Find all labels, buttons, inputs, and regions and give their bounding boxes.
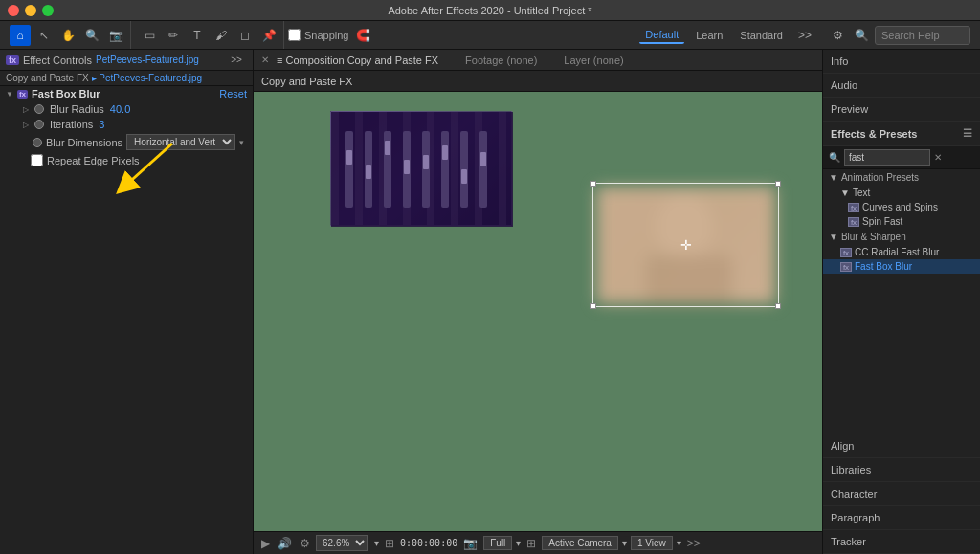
rect-tool-btn[interactable]: ▭ bbox=[139, 25, 160, 46]
svg-rect-18 bbox=[480, 152, 486, 166]
search-help-placeholder: Search Help bbox=[881, 30, 940, 41]
blur-dim-select[interactable]: Horizontal and Vert Horizontal Vertical bbox=[126, 134, 235, 150]
preview-settings-icon[interactable]: ⚙ bbox=[298, 535, 312, 552]
handle-tl[interactable] bbox=[590, 181, 596, 187]
audio-panel-item[interactable]: Audio bbox=[823, 74, 980, 98]
ep-category-arrow: ▼ bbox=[829, 172, 838, 183]
ep-curves-spins-item[interactable]: fx Curves and Spins bbox=[823, 200, 980, 214]
maximize-button[interactable] bbox=[42, 5, 54, 16]
svg-rect-8 bbox=[385, 141, 390, 155]
blur-radius-expand-icon[interactable]: ▷ bbox=[23, 105, 29, 114]
svg-rect-12 bbox=[423, 155, 429, 169]
iterations-value[interactable]: 3 bbox=[99, 119, 104, 130]
iterations-expand-icon[interactable]: ▷ bbox=[23, 121, 29, 129]
ep-fast-box-blur-item[interactable]: fx Fast Box Blur bbox=[823, 259, 980, 274]
effect-reset-btn[interactable]: Reset bbox=[219, 88, 247, 100]
iterations-stopwatch[interactable] bbox=[34, 120, 44, 129]
minimize-button[interactable] bbox=[25, 5, 36, 16]
preview-play-icon[interactable]: ▶ bbox=[259, 535, 272, 552]
snapping-checkbox[interactable] bbox=[288, 29, 301, 41]
blur-dim-stopwatch[interactable] bbox=[33, 138, 42, 147]
iterations-label: Iterations bbox=[50, 119, 93, 130]
zoom-tool-btn[interactable]: 🔍 bbox=[81, 25, 102, 46]
workspace-learn-tab[interactable]: Learn bbox=[690, 28, 728, 43]
workspace-more-btn[interactable]: >> bbox=[794, 25, 815, 46]
camera-tool-btn[interactable]: 📷 bbox=[105, 25, 126, 46]
ep-animation-presets-category[interactable]: ▼ Animation Presets bbox=[823, 169, 980, 186]
home-tool-btn[interactable]: ⌂ bbox=[10, 25, 31, 46]
ep-blur-sharpen-arrow: ▼ bbox=[829, 232, 838, 242]
paragraph-label: Paragraph bbox=[831, 512, 880, 523]
ep-animation-presets-label: Animation Presets bbox=[841, 172, 919, 183]
repeat-edge-checkbox[interactable] bbox=[31, 154, 43, 166]
comp-name-display: Copy and Paste FX bbox=[261, 76, 352, 87]
ep-menu-icon[interactable]: ☰ bbox=[963, 127, 972, 140]
close-button[interactable] bbox=[8, 5, 19, 16]
tracker-label: Tracker bbox=[831, 536, 866, 547]
preview-audio-icon[interactable]: 🔊 bbox=[276, 535, 294, 552]
align-panel-item[interactable]: Align bbox=[823, 434, 980, 458]
search-icon[interactable]: 🔍 bbox=[851, 25, 872, 46]
comp-tab-label[interactable]: ≡ Composition Copy and Paste FX bbox=[277, 55, 438, 66]
effect-controls-panel-header: fx Effect Controls PetPeeves-Featured.jp… bbox=[0, 50, 253, 71]
pen-tool-btn[interactable]: ✏ bbox=[163, 25, 184, 46]
titlebar-title: Adobe After Effects 2020 - Untitled Proj… bbox=[388, 5, 591, 16]
eraser-tool-btn[interactable]: ◻ bbox=[234, 25, 256, 46]
paragraph-panel-item[interactable]: Paragraph bbox=[823, 506, 980, 530]
info-panel-item[interactable]: Info bbox=[823, 50, 980, 74]
ep-search-area: 🔍 ✕ bbox=[823, 146, 980, 169]
quality-dropdown-icon: ▾ bbox=[516, 538, 521, 548]
workspace-standard-tab[interactable]: Standard bbox=[734, 28, 789, 43]
text-tool-btn[interactable]: T bbox=[187, 25, 208, 46]
libraries-panel-item[interactable]: Libraries bbox=[823, 458, 980, 482]
ep-search-clear-icon[interactable]: ✕ bbox=[934, 152, 942, 163]
fx-badge-small: fx bbox=[17, 90, 28, 99]
svg-rect-3 bbox=[345, 131, 353, 208]
workspace-default-tab[interactable]: Default bbox=[639, 27, 684, 44]
blur-radius-value[interactable]: 40.0 bbox=[110, 103, 130, 115]
view-options-icon[interactable]: ⊞ bbox=[524, 535, 538, 552]
blur-radius-row: ▷ Blur Radius 40.0 bbox=[0, 101, 253, 117]
blur-radius-stopwatch[interactable] bbox=[34, 104, 44, 114]
effect-controls-file: PetPeeves-Featured.jpg bbox=[96, 55, 199, 65]
more-options-icon[interactable]: >> bbox=[685, 535, 702, 552]
view-count[interactable]: 1 View bbox=[631, 536, 673, 550]
comp-name-bar: Copy and Paste FX bbox=[254, 71, 822, 92]
ep-search-input[interactable] bbox=[844, 149, 930, 166]
ep-cc-radial-item[interactable]: fx CC Radial Fast Blur bbox=[823, 245, 980, 259]
svg-rect-17 bbox=[479, 131, 487, 208]
character-panel-item[interactable]: Character bbox=[823, 482, 980, 506]
settings-icon[interactable]: ⚙ bbox=[827, 25, 848, 46]
expand-icon[interactable]: ▼ bbox=[6, 90, 13, 99]
ep-text-item[interactable]: ▼ Text bbox=[823, 186, 980, 200]
effect-controls-tab-label[interactable]: Effect Controls bbox=[23, 55, 92, 66]
camera-label[interactable]: Active Camera bbox=[542, 536, 618, 550]
grid-icon[interactable]: ⊞ bbox=[383, 535, 396, 552]
ep-spin-fast-label: Spin Fast bbox=[862, 216, 902, 227]
misc-tools: ⚙ 🔍 Search Help bbox=[823, 21, 974, 49]
paint-tool-btn[interactable]: 🖌 bbox=[211, 25, 232, 46]
titlebar-buttons bbox=[8, 5, 54, 16]
svg-rect-4 bbox=[346, 150, 352, 165]
quality-select[interactable]: Full bbox=[483, 536, 512, 550]
zoom-select[interactable]: 62.6% bbox=[316, 535, 368, 551]
mixer-svg bbox=[331, 112, 513, 227]
ep-spin-fast-item[interactable]: fx Spin Fast bbox=[823, 214, 980, 229]
camera-record-icon[interactable]: 📷 bbox=[461, 535, 479, 552]
select-tool-btn[interactable]: ↖ bbox=[33, 25, 55, 46]
search-help-box[interactable]: Search Help bbox=[875, 26, 970, 45]
handle-br[interactable] bbox=[775, 303, 781, 309]
puppet-tool-btn[interactable]: 📌 bbox=[258, 25, 279, 46]
camera-dropdown-icon: ▾ bbox=[622, 538, 627, 548]
effects-presets-label: Effects & Presets bbox=[831, 128, 918, 140]
hand-tool-btn[interactable]: ✋ bbox=[57, 25, 78, 46]
workspace-tabs: Default Learn Standard >> bbox=[639, 25, 815, 46]
ep-blur-sharpen-category[interactable]: ▼ Blur & Sharpen bbox=[823, 229, 980, 245]
effect-header-row[interactable]: ▼ fx Fast Box Blur Reset bbox=[0, 86, 253, 101]
handle-tr[interactable] bbox=[775, 181, 781, 187]
handle-bl[interactable] bbox=[590, 303, 596, 309]
magnet-icon[interactable]: 🧲 bbox=[353, 25, 374, 46]
tracker-panel-item[interactable]: Tracker bbox=[823, 530, 980, 554]
preview-panel-item[interactable]: Preview bbox=[823, 98, 980, 122]
panel-expand-btn[interactable]: >> bbox=[226, 50, 247, 71]
